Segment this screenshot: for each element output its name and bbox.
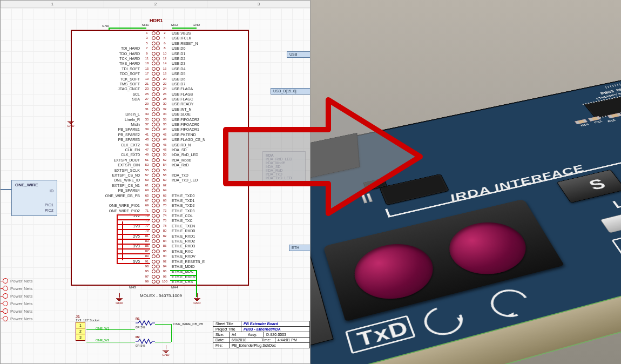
tb-time-label: Time:	[259, 338, 275, 342]
pin-circle-icon	[156, 234, 160, 238]
pin-circle-icon	[156, 199, 160, 203]
pin-number-left: 23	[142, 86, 152, 91]
pin-number-left: 1	[142, 31, 152, 36]
pin-circle-icon	[156, 107, 160, 111]
pin-circle-icon	[156, 143, 160, 147]
pin-row: 99100ETH.E_CRS	[72, 279, 248, 284]
pin-row: TDO_HARD910USB.D1	[72, 51, 248, 56]
pin-number-right: 92	[160, 259, 170, 264]
resistor-r1[interactable]: R1 0R 5%	[136, 317, 155, 329]
pin-circle-icon	[152, 209, 156, 213]
pin-row: TCK_SOFT1920USB.D6	[72, 77, 248, 82]
pin-number-right: 4	[160, 36, 170, 41]
pin-signal-left	[72, 274, 142, 279]
power-net-item[interactable]: Power Nets	[3, 300, 32, 307]
ruler-tick: 1	[1, 1, 104, 8]
resistor-r2[interactable]: R2 0R 5%	[136, 335, 155, 347]
wire	[172, 28, 197, 29]
pin-signal-left: EXTSPI_CS_N1	[72, 183, 142, 188]
pin-number-left: 3	[142, 36, 152, 41]
pin-signal-right: USB.VBUS	[170, 31, 244, 36]
pin-number-right: 72	[160, 208, 170, 213]
power-net-item[interactable]: Power Nets	[3, 277, 32, 285]
pin-circle-icon	[156, 57, 160, 60]
pin-row: 3V38586ETH.E_RXD3	[72, 244, 248, 248]
pin-circle-icon	[152, 265, 156, 268]
pin-signal-left: EXTSPI_DIN	[72, 163, 142, 167]
pin-number-right: 68	[160, 198, 170, 203]
pin-signal-left	[72, 31, 142, 36]
power-net-item[interactable]: Power Nets	[3, 307, 32, 315]
gnd-symbol: GND	[114, 293, 125, 305]
pin-signal-right: USB.D5	[170, 71, 244, 76]
tb-sheet-value: PB Extender Board	[241, 321, 309, 326]
pin-circle-icon	[152, 112, 156, 116]
title-block: Sheet TitlePB Extender Board Project Tit…	[213, 321, 310, 348]
pin-circle-icon	[152, 219, 156, 223]
pin-row: 12USB.VBUS	[72, 31, 248, 36]
pin-circle-icon	[156, 42, 160, 45]
pin-number-right: 88	[160, 249, 170, 254]
pin-circle-icon	[156, 97, 160, 101]
pin-row: TDI_HARD78USB.D0	[72, 46, 248, 51]
pin-number-right: 20	[160, 77, 170, 82]
pin-circle-icon	[156, 194, 160, 198]
pin-circle-icon	[152, 148, 156, 152]
pin-number-right: 48	[160, 147, 170, 152]
pin-signal-right: USB.D0	[170, 46, 244, 51]
pin-signal-left	[72, 279, 142, 284]
silk-arrow-circle-icon	[485, 286, 534, 321]
pin-number-right: 82	[160, 234, 170, 239]
bus-tag-usb[interactable]: USB	[287, 51, 310, 58]
pin-number-left: 13	[142, 61, 152, 66]
pin-signal-right: ETH.E_RXD1	[170, 234, 244, 239]
pin-number-right: 6	[160, 41, 170, 46]
pin-circle-icon	[156, 148, 160, 152]
pin-row: TMS_HARD1314USB.D3	[72, 61, 248, 66]
resistor-icon	[136, 320, 155, 326]
tb-date-label: Date:	[213, 338, 230, 342]
pin-number-left: 21	[142, 82, 152, 86]
pin-row: TMS_SOFT2122USB.D7	[72, 82, 248, 86]
power-net-item[interactable]: Power Nets	[3, 292, 32, 300]
sheet-port: PIO1	[15, 203, 53, 208]
pin-number-right: 86	[160, 244, 170, 248]
mount-hole-label: MH2	[171, 23, 178, 26]
pin-circle-icon	[156, 265, 160, 268]
pin-signal-right: USB.IFCLK	[170, 36, 244, 41]
pin-signal-left	[72, 41, 142, 46]
footprint-label: MOLEX - 54075-1009	[140, 293, 182, 298]
pin-number-right: 90	[160, 254, 170, 259]
pin-signal-left: ONE_WIRE_PIO2	[72, 208, 142, 213]
pin-number-left: 49	[142, 152, 152, 157]
pin-circle-icon	[156, 123, 160, 126]
pin-circle-icon	[156, 163, 160, 167]
sheet-symbol-one-wire[interactable]: ONE_WIRE ID PIO1 PIO2	[11, 180, 57, 216]
pin-circle-icon	[156, 82, 160, 86]
pin-number-left: 31	[142, 107, 152, 112]
pin-number-right: 66	[160, 193, 170, 198]
pin-number-right: 14	[160, 61, 170, 66]
pin-circle-icon	[152, 67, 156, 71]
tb-assy-label: Assy:	[246, 332, 264, 337]
power-net-icon	[3, 293, 8, 299]
power-net-item[interactable]: Power Nets	[3, 315, 32, 322]
pin-circle-icon	[156, 127, 160, 131]
pin-circle-icon	[152, 82, 156, 86]
pin-signal-right: ETH.E_MDIO	[170, 264, 244, 269]
pin-circle-icon	[152, 188, 156, 192]
power-net-label: Power Nets	[10, 309, 32, 314]
silk-arrow-circle-icon	[418, 302, 468, 339]
pin-number-right: 16	[160, 66, 170, 71]
power-net-item[interactable]: Power Nets	[3, 285, 32, 292]
pin-number-left: 47	[142, 147, 152, 152]
tb-project-label: Project Title	[213, 327, 241, 332]
bus-tag-eth[interactable]: ETH	[289, 245, 310, 251]
pin-number-left: 37	[142, 122, 152, 127]
pin-signal-left	[72, 107, 142, 112]
pin-number-left: 53	[142, 163, 152, 167]
pin-signal-left: JTAG_CNCT	[72, 86, 142, 91]
power-net-label: Power Nets	[10, 286, 32, 291]
pin-circle-icon	[156, 209, 160, 213]
pin-number-right: 2	[160, 31, 170, 36]
